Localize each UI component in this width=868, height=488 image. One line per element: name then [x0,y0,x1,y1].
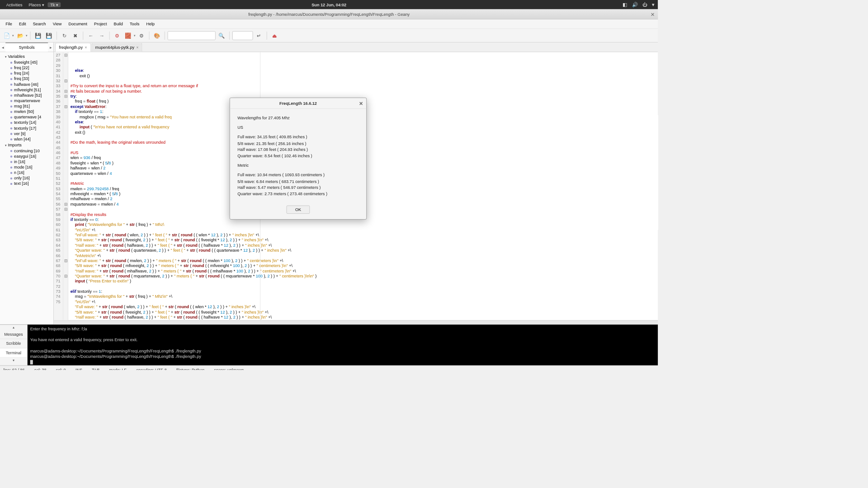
dialog-ok-button[interactable]: OK [287,206,310,214]
menu-help[interactable]: Help [143,20,158,28]
open-file-button[interactable]: 📂 [15,31,25,40]
symbol-item[interactable]: text [16] [0,181,53,186]
dialog-line: Full wave: 10.94 meters ( 1093.93 centim… [237,173,359,178]
symbol-item[interactable]: mquarterwave [0,98,53,103]
places-menu[interactable]: Places ▾ [26,2,47,7]
file-tab[interactable]: freqlength.py× [55,43,91,52]
terminal-output[interactable]: Enter the frequency in Mhz: f;la You hav… [28,325,658,366]
bottom-panel: ▴ Messages Scribble Terminal ▾ Enter the… [0,324,658,366]
status-tab: TAB [92,367,99,370]
symbol-item[interactable]: ver [9] [0,131,53,136]
toolbar-separator [267,31,267,39]
symbol-item[interactable]: in [16] [0,159,53,164]
dialog-line: 5/8 wave: 21.35 feet ( 256.16 inches ) [237,141,359,146]
dialog-close-button[interactable]: ✕ [359,100,363,106]
status-encoding: encoding: UTF-8 [136,367,167,370]
menu-file[interactable]: File [2,20,16,28]
network-icon[interactable]: ◧ [623,2,627,7]
symbol-item[interactable]: n [16] [0,170,53,175]
symbol-group[interactable]: Imports [0,142,53,148]
fold-gutter[interactable]: ⊟⊟⊟⊟⊟⊟⊟⊟⊟ [64,52,69,320]
toolbar: 📄▾ 📂▾ 💾 💾 ↻ ✖ ← → ⚙ 🧱▾ ⚙ 🎨 🔍 ↵ ⏏ [0,29,658,42]
volume-icon[interactable]: 🔊 [632,2,638,7]
menubar: FileEditSearchViewDocumentProjectBuildTo… [0,19,658,28]
symbol-item[interactable]: continuing [10 [0,148,53,153]
menu-search[interactable]: Search [29,20,49,28]
file-tab[interactable]: mupen64plus-pytk.py× [91,43,142,52]
symbol-item[interactable]: mhalfwave [52] [0,93,53,98]
symbol-item[interactable]: easygui [16] [0,154,53,159]
sidebar-tab-prev[interactable]: ◂ [0,42,5,52]
symbol-item[interactable]: mwlen [50] [0,109,53,114]
compile-button[interactable]: ⚙ [113,31,122,40]
dialog-line: Metric [237,163,359,168]
symbol-item[interactable]: halfwave [46] [0,81,53,87]
new-file-dropdown[interactable]: ▾ [12,34,14,38]
symbol-item[interactable]: wlen [44] [0,136,53,142]
clock[interactable]: Sun 12 Jun, 04:02 [311,2,346,7]
tab-close-icon[interactable]: × [137,46,139,50]
menu-tools[interactable]: Tools [126,20,142,28]
symbol-item[interactable]: freq [33] [0,76,53,81]
build-button[interactable]: 🧱 [123,31,133,40]
dialog-titlebar[interactable]: FreqLength 16.6.12 ✕ [230,98,367,109]
bottom-tab-scroll-down[interactable]: ▾ [0,357,27,362]
toolbar-separator [83,31,83,39]
sidebar-tab-symbols[interactable]: Symbols [5,42,48,52]
color-chooser-button[interactable]: 🎨 [152,31,162,40]
menu-document[interactable]: Document [65,20,91,28]
goto-line-input[interactable] [232,31,253,40]
close-file-button[interactable]: ✖ [71,31,80,40]
menu-edit[interactable]: Edit [15,20,29,28]
app-menu[interactable]: Tk ▾ [47,2,61,7]
save-all-button[interactable]: 💾 [44,31,54,40]
status-scope: scope: unknown [214,367,244,370]
nav-forward-button[interactable]: → [97,31,107,40]
window-titlebar[interactable]: freqlength.py - /home/marcus/Documents/P… [0,9,658,19]
activities-menu[interactable]: Activities [4,2,25,7]
sidebar-tab-next[interactable]: ▸ [48,42,53,52]
bottom-tab-messages[interactable]: Messages [0,330,27,339]
power-icon[interactable]: ⏻ [642,2,647,7]
symbol-item[interactable]: mfiveeight [51] [0,87,53,93]
run-button[interactable]: ⚙ [137,31,146,40]
bottom-tab-scribble[interactable]: Scribble [0,339,27,348]
file-tabs: freqlength.py×mupen64plus-pytk.py× [54,42,658,52]
symbol-item[interactable]: textonly [14] [0,120,53,125]
toolbar-separator [30,31,31,39]
tab-close-icon[interactable]: × [85,46,87,50]
status-line: line: 62 / 86 [4,367,25,370]
bottom-tab-scroll-up[interactable]: ▴ [0,325,27,330]
goto-line-button[interactable]: ↵ [254,31,264,40]
symbol-item[interactable]: freq [24] [0,70,53,76]
menu-view[interactable]: View [49,20,65,28]
horizontal-scrollbar[interactable] [54,320,658,324]
open-file-dropdown[interactable]: ▾ [26,34,28,38]
symbols-list[interactable]: Variablesfiveeight [45]freq [22]freq [24… [0,52,53,324]
symbol-item[interactable]: textonly [17] [0,125,53,131]
menu-project[interactable]: Project [91,20,110,28]
symbol-item[interactable]: freq [22] [0,65,53,70]
symbol-item[interactable]: msg [81] [0,103,53,109]
user-menu-icon[interactable]: ▾ [652,2,654,7]
symbol-item[interactable]: quarterwave [4 [0,114,53,120]
window-close-button[interactable]: ✕ [651,11,655,17]
symbol-group[interactable]: Variables [0,53,53,60]
save-button[interactable]: 💾 [33,31,43,40]
search-input[interactable] [168,31,216,40]
symbol-item[interactable]: mode [16] [0,164,53,170]
symbol-item[interactable]: fiveeight [45] [0,60,53,65]
quit-button[interactable]: ⏏ [270,31,279,40]
toolbar-separator [109,31,110,39]
toolbar-separator [229,31,230,39]
search-button[interactable]: 🔍 [217,31,226,40]
toolbar-separator [57,31,57,39]
toolbar-separator [165,31,165,39]
new-file-button[interactable]: 📄 [2,31,12,40]
build-dropdown[interactable]: ▾ [134,34,136,38]
nav-back-button[interactable]: ← [86,31,95,40]
bottom-tab-terminal[interactable]: Terminal [0,348,27,357]
menu-build[interactable]: Build [110,20,126,28]
reload-button[interactable]: ↻ [60,31,69,40]
symbol-item[interactable]: only [16] [0,175,53,181]
